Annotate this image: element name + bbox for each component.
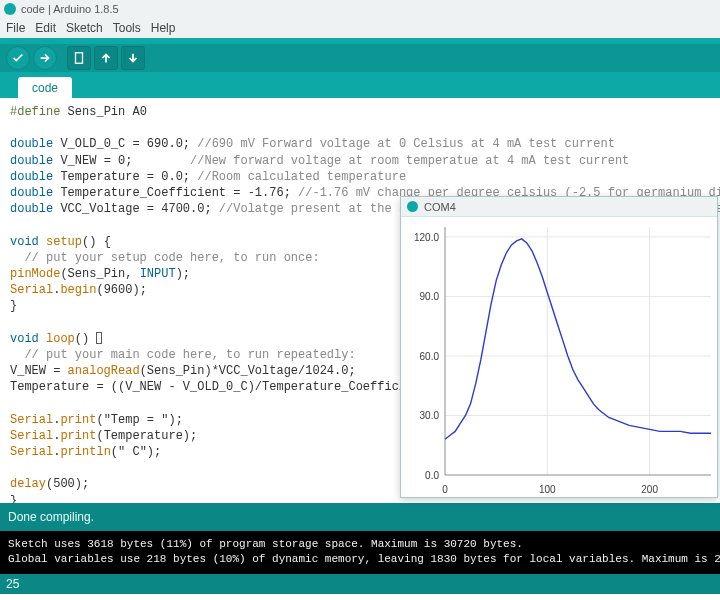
window-titlebar: code | Arduino 1.8.5 [0, 0, 720, 18]
text-cursor [96, 332, 102, 344]
arduino-icon [4, 3, 16, 15]
plotter-title: COM4 [424, 201, 456, 213]
code-token: double [10, 137, 53, 151]
code-token: ("Temp = "); [96, 413, 182, 427]
code-token: delay [10, 477, 46, 491]
code-token: Sens_Pin A0 [60, 105, 146, 119]
code-token: Temperature = ((V_NEW - V_OLD_0_C)/Tempe… [10, 380, 442, 394]
check-icon [11, 51, 25, 65]
code-token: () { [82, 235, 111, 249]
code-token: double [10, 170, 53, 184]
code-token: double [10, 186, 53, 200]
window-title: code | Arduino 1.8.5 [21, 3, 119, 15]
code-comment: // put your main code here, to run repea… [10, 348, 356, 362]
menubar: File Edit Sketch Tools Help [0, 18, 720, 38]
code-token: ); [176, 267, 190, 281]
code-token: Serial [10, 429, 53, 443]
code-token: V_NEW = 0; [53, 154, 190, 168]
y-tick-label: 90.0 [401, 291, 439, 302]
code-comment: // put your setup code here, to run once… [10, 251, 320, 265]
status-bar: Done compiling. [0, 503, 720, 531]
code-token: V_OLD_0_C = 690.0; [53, 137, 197, 151]
code-token: setup [46, 235, 82, 249]
menu-help[interactable]: Help [151, 21, 176, 35]
code-token: begin [60, 283, 96, 297]
code-token: Serial [10, 445, 53, 459]
code-token: void [10, 332, 39, 346]
tab-code[interactable]: code [18, 77, 72, 98]
code-token: Serial [10, 283, 53, 297]
code-token: void [10, 235, 39, 249]
line-number: 25 [6, 577, 19, 591]
menu-edit[interactable]: Edit [35, 21, 56, 35]
code-token: (500); [46, 477, 89, 491]
code-token: } [10, 299, 17, 313]
x-tick-label: 100 [539, 484, 556, 495]
new-button[interactable] [67, 46, 91, 70]
code-token: INPUT [140, 267, 176, 281]
code-token: Temperature_Coefficient = -1.76; [53, 186, 298, 200]
code-token: () [75, 332, 97, 346]
y-tick-label: 0.0 [401, 470, 439, 481]
footer-bar: 25 [0, 574, 720, 594]
code-token: Temperature = 0.0; [53, 170, 197, 184]
console-line: Global variables use 218 bytes (10%) of … [8, 553, 720, 565]
save-button[interactable] [121, 46, 145, 70]
code-token: (Temperature); [96, 429, 197, 443]
toolbar [0, 38, 720, 72]
code-token: } [10, 494, 17, 504]
code-token: Serial [10, 413, 53, 427]
tab-strip: code [0, 72, 720, 98]
code-token: print [60, 429, 96, 443]
arrow-right-icon [38, 51, 52, 65]
code-token: analogRead [68, 364, 140, 378]
x-tick-label: 0 [442, 484, 448, 495]
code-token: loop [46, 332, 75, 346]
menu-tools[interactable]: Tools [113, 21, 141, 35]
code-comment: //Room calculated temperature [197, 170, 406, 184]
plotter-chart: 0.030.060.090.0120.00100200 [401, 217, 717, 497]
open-button[interactable] [94, 46, 118, 70]
code-comment: //New forward voltage at room temperatue… [190, 154, 629, 168]
arrow-down-icon [126, 51, 140, 65]
code-token: V_NEW = [10, 364, 68, 378]
code-token: double [10, 202, 53, 216]
code-token: (Sens_Pin, [60, 267, 139, 281]
code-token: (9600); [96, 283, 146, 297]
y-tick-label: 120.0 [401, 231, 439, 242]
file-icon [72, 51, 86, 65]
code-comment: //690 mV Forward voltage at 0 Celsius at… [197, 137, 615, 151]
console-output[interactable]: Sketch uses 3618 bytes (11%) of program … [0, 531, 720, 574]
code-token: print [60, 413, 96, 427]
verify-button[interactable] [6, 46, 30, 70]
svg-rect-0 [76, 53, 83, 64]
y-tick-label: 60.0 [401, 350, 439, 361]
arrow-up-icon [99, 51, 113, 65]
x-tick-label: 200 [641, 484, 658, 495]
plotter-titlebar[interactable]: COM4 [401, 197, 717, 217]
code-token: (Sens_Pin)*VCC_Voltage/1024.0; [140, 364, 356, 378]
code-token: pinMode [10, 267, 60, 281]
menu-file[interactable]: File [6, 21, 25, 35]
code-token: double [10, 154, 53, 168]
status-text: Done compiling. [8, 510, 94, 524]
console-line: Sketch uses 3618 bytes (11%) of program … [8, 538, 523, 550]
arduino-icon [407, 201, 418, 212]
code-token: VCC_Voltage = 4700.0; [53, 202, 219, 216]
menu-sketch[interactable]: Sketch [66, 21, 103, 35]
code-token: (" C"); [111, 445, 161, 459]
serial-plotter-window[interactable]: COM4 0.030.060.090.0120.00100200 [400, 196, 718, 498]
code-token: #define [10, 105, 60, 119]
code-token: println [60, 445, 110, 459]
y-tick-label: 30.0 [401, 410, 439, 421]
upload-button[interactable] [33, 46, 57, 70]
